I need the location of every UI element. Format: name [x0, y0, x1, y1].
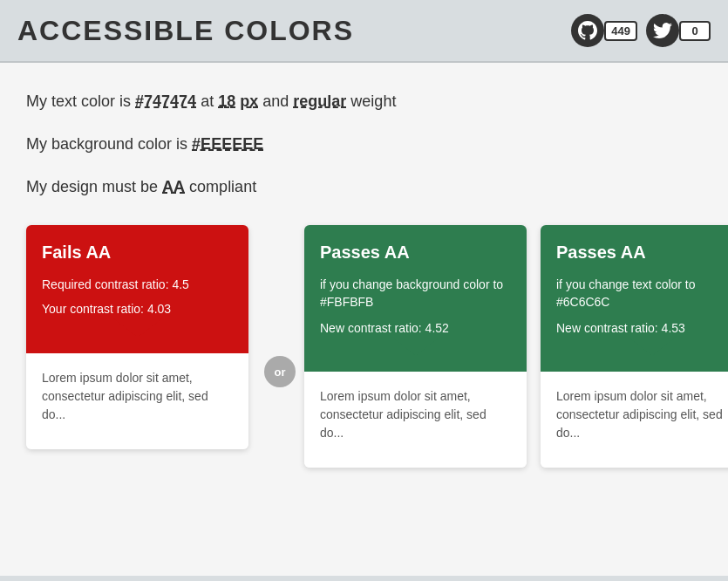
- or-divider: or: [264, 225, 296, 387]
- compliance-level[interactable]: AA: [162, 178, 185, 195]
- card-passes-bg-header: Passes AA if you change background color…: [304, 225, 527, 372]
- card-passes-bg-subtitle: if you change background color to #FBFBF…: [320, 277, 511, 311]
- bg-color-value[interactable]: #EEEEEE: [192, 135, 263, 153]
- card-fails-header: Fails AA Required contrast ratio: 4.5 Yo…: [26, 225, 248, 352]
- cards-row: Fails AA Required contrast ratio: 4.5 Yo…: [26, 225, 728, 468]
- line1-suffix: weight: [350, 92, 396, 110]
- card-passes-text-body-text: Lorem ipsum dolor sit amet, consectetur …: [556, 389, 723, 440]
- card-fails-your-ratio: Your contrast ratio: 4.03: [42, 301, 233, 318]
- github-icon[interactable]: [571, 14, 604, 47]
- line3-prefix: My design must be: [26, 178, 158, 195]
- card-fails-body: Lorem ipsum dolor sit amet, consectetur …: [26, 353, 248, 449]
- card-passes-bg: Passes AA if you change background color…: [304, 225, 527, 468]
- card-passes-bg-body-text: Lorem ipsum dolor sit amet, consectetur …: [320, 389, 486, 440]
- line1-at: at: [201, 92, 214, 110]
- card-passes-bg-ratio: New contrast ratio: 4.52: [320, 320, 511, 338]
- cards-section: Fails AA Required contrast ratio: 4.5 Yo…: [26, 225, 702, 468]
- card-passes-bg-title: Passes AA: [320, 243, 511, 263]
- bg-color-line: My background color is #EEEEEE: [26, 132, 702, 157]
- card-passes-text-header: Passes AA if you change text color to #6…: [541, 225, 728, 372]
- twitter-badge[interactable]: 0: [646, 14, 711, 47]
- card-passes-text-ratio: New contrast ratio: 4.53: [556, 320, 728, 338]
- card-fails-body-text: Lorem ipsum dolor sit amet, consectetur …: [42, 371, 208, 421]
- header-icons: 449 0: [571, 14, 711, 47]
- card-fails-arrow: [113, 318, 162, 338]
- card-fails-required-ratio: Required contrast ratio: 4.5: [42, 277, 233, 294]
- card-passes-text: Passes AA if you change text color to #6…: [541, 225, 728, 468]
- card-passes-text-subtitle: if you change text color to #6C6C6C: [556, 277, 728, 311]
- font-size-value[interactable]: 18: [218, 92, 235, 110]
- twitter-count: 0: [679, 21, 711, 41]
- card-fails-title: Fails AA: [42, 243, 233, 263]
- font-weight-value[interactable]: regular: [293, 92, 346, 110]
- text-color-value[interactable]: #747474: [135, 92, 196, 110]
- compliance-line: My design must be AA compliant: [26, 174, 702, 200]
- card-passes-bg-arrow: [391, 337, 440, 356]
- github-badge[interactable]: 449: [571, 14, 637, 47]
- twitter-icon[interactable]: [646, 14, 679, 47]
- line2-prefix: My background color is: [26, 135, 187, 153]
- card-fails: Fails AA Required contrast ratio: 4.5 Yo…: [26, 225, 248, 448]
- card-passes-text-arrow: [628, 337, 677, 356]
- line1-and: and: [262, 92, 289, 110]
- card-passes-text-title: Passes AA: [556, 243, 728, 263]
- line1-prefix: My text color is: [26, 92, 131, 110]
- github-count: 449: [604, 21, 637, 41]
- card-passes-bg-body: Lorem ipsum dolor sit amet, consectetur …: [304, 372, 527, 468]
- line3-suffix: compliant: [189, 178, 256, 195]
- text-color-line: My text color is #747474 at 18 px and re…: [26, 89, 702, 114]
- app-header: ACCESSIBLE COLORS 449 0: [0, 0, 728, 63]
- font-size-unit[interactable]: px: [240, 92, 258, 110]
- card-passes-text-body: Lorem ipsum dolor sit amet, consectetur …: [541, 372, 728, 468]
- main-content: My text color is #747474 at 18 px and re…: [0, 63, 728, 576]
- or-circle: or: [264, 356, 296, 387]
- app-title: ACCESSIBLE COLORS: [17, 15, 354, 47]
